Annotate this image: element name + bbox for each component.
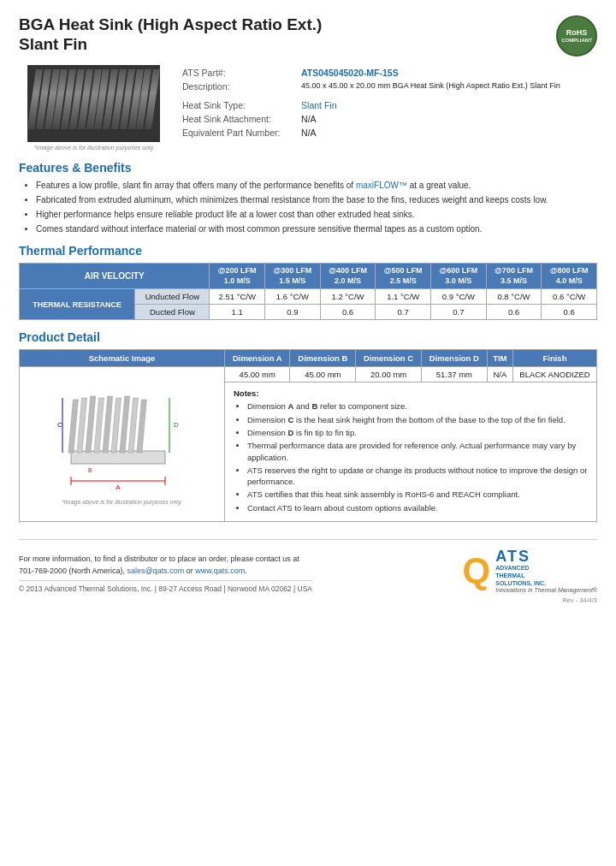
- footer-area: For more information, to find a distribu…: [19, 539, 597, 604]
- part-label: ATS Part#:: [179, 67, 296, 79]
- feature-item: Fabricated from extruded aluminum, which…: [36, 194, 597, 206]
- dim-a-value: 45.00 mm: [225, 367, 290, 383]
- finish-value: BLACK ANODIZED: [512, 367, 596, 383]
- note-item: ATS certifies that this heat sink assemb…: [247, 489, 588, 500]
- note-item: Dimension A and B refer to component siz…: [247, 400, 588, 412]
- svg-text:B: B: [88, 467, 92, 473]
- col-300: @300 LFM1.5 M/S: [265, 264, 321, 289]
- col-500: @500 LFM2.5 M/S: [376, 264, 431, 289]
- ducted-500: 0.7: [376, 305, 431, 320]
- dim-c-value: 20.00 mm: [356, 367, 422, 383]
- desc-value: 45.00 x 45.00 x 20.00 mm BGA Heat Sink (…: [298, 80, 595, 92]
- svg-rect-9: [136, 400, 145, 453]
- schematic-caption: *Image above is for illustration purpose…: [27, 499, 217, 505]
- notes-block: Notes: Dimension A and B refer to compon…: [228, 385, 593, 519]
- features-heading: Features & Benefits: [19, 161, 597, 175]
- feature-item: Features a low profile, slant fin array …: [36, 180, 597, 192]
- tim-value: N/A: [487, 367, 512, 383]
- ducted-600: 0.7: [431, 305, 487, 320]
- schematic-svg: A C B D: [45, 374, 199, 494]
- ducted-800: 0.6: [542, 305, 597, 320]
- ducted-label: Ducted Flow: [135, 305, 210, 320]
- header-row: BGA Heat Sink (High Aspect Ratio Ext.) S…: [19, 15, 597, 56]
- product-image-block: *Image above is for illustration purpose…: [19, 65, 169, 151]
- svg-rect-6: [110, 398, 121, 453]
- attach-label: Heat Sink Attachment:: [179, 113, 296, 125]
- schematic-cell: A C B D *Image above is for illustration…: [20, 367, 225, 522]
- col-700: @700 LFM3.5 M/S: [486, 264, 542, 289]
- unducted-200: 2.51 °C/W: [210, 289, 265, 305]
- product-info-row: *Image above is for illustration purpose…: [19, 65, 597, 151]
- svg-rect-3: [85, 396, 95, 453]
- col-600: @600 LFM3.0 M/S: [431, 264, 487, 289]
- footer-left: For more information, to find a distribu…: [19, 554, 312, 593]
- col-dim-a: Dimension A: [225, 350, 290, 367]
- product-detail-heading: Product Detail: [19, 330, 597, 344]
- ats-name: ATS: [495, 549, 597, 564]
- air-velocity-header: AIR VELOCITY: [20, 264, 210, 289]
- ats-full-name: ADVANCEDTHERMALSOLUTIONS, INC.: [495, 564, 597, 587]
- rohs-badge: RoHS COMPLIANT: [556, 15, 597, 56]
- unducted-300: 1.6 °C/W: [265, 289, 321, 305]
- notes-title: Notes:: [234, 389, 588, 398]
- note-item: ATS reserves the right to update or chan…: [247, 465, 588, 488]
- svg-rect-1: [68, 400, 77, 453]
- ats-text-block: ATS ADVANCEDTHERMALSOLUTIONS, INC. Innov…: [495, 549, 597, 593]
- rohs-text: RoHS: [566, 28, 588, 38]
- ats-tagline: Innovations in Thermal Management®: [495, 587, 597, 593]
- col-200: @200 LFM1.0 M/S: [210, 264, 265, 289]
- feature-item: Higher performance helps ensure reliable…: [36, 209, 597, 221]
- col-800: @800 LFM4.0 M/S: [542, 264, 597, 289]
- unducted-700: 0.8 °C/W: [486, 289, 542, 305]
- ats-logo: Q ATS ADVANCEDTHERMALSOLUTIONS, INC. Inn…: [463, 549, 597, 593]
- unducted-500: 1.1 °C/W: [376, 289, 431, 305]
- footer-email[interactable]: sales@qats.com: [127, 566, 185, 575]
- svg-rect-2: [76, 398, 86, 453]
- title-block: BGA Heat Sink (High Aspect Ratio Ext.) S…: [19, 15, 322, 55]
- footer-copyright: © 2013 Advanced Thermal Solutions, Inc. …: [19, 580, 312, 593]
- unducted-800: 0.6 °C/W: [542, 289, 597, 305]
- thermal-resistance-label: THERMAL RESISTANCE: [20, 289, 135, 320]
- thermal-heading: Thermal Performance: [19, 244, 597, 258]
- svg-rect-7: [119, 396, 129, 453]
- dim-b-value: 45.00 mm: [290, 367, 356, 383]
- equiv-label: Equivalent Part Number:: [179, 127, 296, 139]
- notes-list: Dimension A and B refer to component siz…: [234, 400, 588, 513]
- col-400: @400 LFM2.0 M/S: [320, 264, 376, 289]
- type-value: Slant Fin: [298, 99, 595, 111]
- col-dim-b: Dimension B: [290, 350, 356, 367]
- heatsink-image: [27, 65, 160, 142]
- note-item: Contact ATS to learn about custom option…: [247, 502, 588, 513]
- svg-text:A: A: [116, 483, 121, 491]
- col-finish: Finish: [512, 350, 596, 367]
- equiv-value: N/A: [298, 127, 595, 139]
- unducted-label: Unducted Flow: [135, 289, 210, 305]
- svg-rect-5: [102, 396, 112, 453]
- note-item: Dimension D is fin tip to fin tip.: [247, 427, 588, 438]
- features-list: Features a low profile, slant fin array …: [19, 180, 597, 235]
- col-dim-c: Dimension C: [356, 350, 422, 367]
- product-image-caption: *Image above is for illustration purpose…: [34, 145, 153, 151]
- footer-website[interactable]: www.qats.com: [195, 566, 245, 575]
- ducted-300: 0.9: [265, 305, 321, 320]
- footer-contact-text: For more information, to find a distribu…: [19, 554, 312, 577]
- col-schematic: Schematic Image: [20, 350, 225, 367]
- footer-content: For more information, to find a distribu…: [19, 549, 597, 593]
- ducted-400: 0.6: [320, 305, 376, 320]
- svg-rect-8: [127, 398, 138, 453]
- notes-cell: Notes: Dimension A and B refer to compon…: [225, 383, 597, 522]
- page: BGA Heat Sink (High Aspect Ratio Ext.) S…: [0, 0, 616, 866]
- detail-table: Schematic Image Dimension A Dimension B …: [19, 349, 597, 522]
- dim-d-value: 51.37 mm: [422, 367, 488, 383]
- unducted-600: 0.9 °C/W: [431, 289, 487, 305]
- col-dim-d: Dimension D: [422, 350, 488, 367]
- svg-text:C: C: [57, 421, 62, 429]
- page-title: BGA Heat Sink (High Aspect Ratio Ext.) S…: [19, 15, 322, 55]
- unducted-400: 1.2 °C/W: [320, 289, 376, 305]
- desc-label: Description:: [179, 80, 296, 92]
- note-item: Dimension C is the heat sink height from…: [247, 414, 588, 425]
- rohs-compliant: COMPLIANT: [561, 38, 592, 44]
- note-item: Thermal performance data are provided fo…: [247, 440, 588, 463]
- part-value: ATS045045020-MF-15S: [298, 67, 595, 79]
- svg-rect-0: [71, 451, 165, 464]
